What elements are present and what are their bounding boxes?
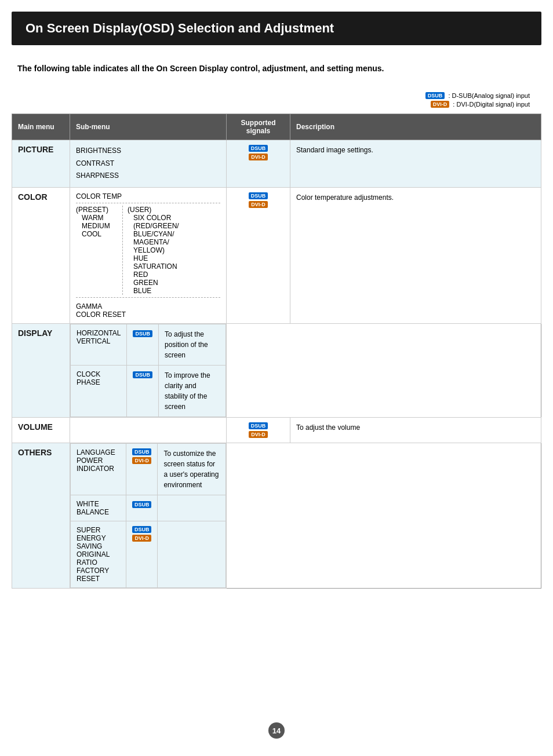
table-row-volume: VOLUME DSUB DVI-D To adjust the volume [12, 417, 541, 443]
picture-dvid-badge: DVI-D [249, 154, 268, 160]
col-signals: Supported signals [227, 114, 290, 140]
dsub-badge: DSUB [425, 92, 445, 99]
others-power-indicator: POWER INDICATOR [77, 456, 120, 473]
dsub-legend-item: DSUB : D-SUB(Analog signal) input [425, 92, 530, 99]
color-bottom: GAMMA COLOR RESET [76, 300, 220, 319]
display-desc-2: To improve the clarity and stability of … [158, 365, 225, 417]
page-wrapper: On Screen Display(OSD) Selection and Adj… [0, 0, 553, 756]
color-dvid-badge: DVI-D [249, 201, 268, 208]
others-signals-stack-1: DSUB DVI-D [132, 448, 152, 464]
others-factory-reset: FACTORY RESET [77, 567, 120, 583]
color-main: COLOR [12, 187, 70, 323]
display-horizontal: HORIZONTAL [77, 329, 121, 337]
color-temp-label: COLOR TEMP [76, 192, 122, 200]
user-green: GREEN [128, 279, 179, 287]
color-signals: DSUB DVI-D [227, 187, 290, 323]
others-dsub-badge-3: DSUB [132, 526, 152, 533]
display-desc-1: To adjust the position of the screen [158, 324, 225, 365]
color-gamma: GAMMA [76, 302, 220, 311]
color-dsub-badge: DSUB [249, 192, 268, 199]
col-description: Description [290, 114, 541, 140]
others-original-ratio: ORIGINAL RATIO [77, 550, 120, 567]
others-inner-table: LANGUAGE POWER INDICATOR DSUB DVI-D T [70, 443, 226, 588]
display-vertical: VERTICAL [77, 337, 121, 345]
others-energy-ratio: SUPER ENERGY SAVING ORIGINAL RATIO FACTO… [71, 521, 126, 587]
dvid-legend-item: DVI-D : DVI-D(Digital signal) input [431, 101, 530, 108]
others-dvid-badge-3: DVI-D [132, 535, 151, 542]
volume-submenu [70, 417, 227, 443]
preset-label: (PRESET) [76, 206, 122, 214]
main-table: Main menu Sub-menu Supported signals Des… [12, 114, 541, 589]
picture-main: PICTURE [12, 140, 70, 188]
picture-signals-stack: DSUB DVI-D [232, 145, 284, 160]
color-submenu-wrapper: COLOR TEMP (PRESET) WARM MEDIUM COOL [76, 192, 220, 319]
user-red: RED [128, 271, 179, 279]
user-col: (USER) SIX COLOR(RED/GREEN/BLUE/CYAN/MAG… [122, 206, 179, 295]
display-sub-clock-phase: CLOCK PHASE [71, 365, 127, 417]
others-signals-stack-3: DSUB DVI-D [132, 526, 152, 542]
volume-signals: DSUB DVI-D [227, 417, 290, 443]
others-sub-row-1: LANGUAGE POWER INDICATOR DSUB DVI-D T [71, 443, 226, 495]
color-middle: (PRESET) WARM MEDIUM COOL (USER) SIX COL… [76, 203, 220, 298]
others-sub-row-3: SUPER ENERGY SAVING ORIGINAL RATIO FACTO… [71, 521, 226, 587]
others-signals-3: DSUB DVI-D [126, 521, 158, 587]
picture-submenu-block: BRIGHTNESS CONTRAST SHARPNESS [76, 145, 220, 182]
table-header-row: Main menu Sub-menu Supported signals Des… [12, 114, 541, 140]
volume-dsub-badge: DSUB [249, 422, 268, 429]
table-row-picture: PICTURE BRIGHTNESS CONTRAST SHARPNESS DS… [12, 140, 541, 188]
display-clock: CLOCK [77, 370, 121, 378]
color-top: COLOR TEMP [76, 192, 220, 200]
color-reset: COLOR RESET [76, 311, 220, 319]
preset-cool: COOL [76, 230, 122, 238]
intro-text: The following table indicates all the On… [12, 63, 541, 75]
display-dsub-badge-1: DSUB [133, 330, 152, 337]
others-lang-power: LANGUAGE POWER INDICATOR [71, 443, 126, 495]
picture-description: Standard image settings. [290, 140, 541, 188]
display-submenu: HORIZONTAL VERTICAL DSUB To adjust the p… [70, 323, 227, 417]
display-signals-2: DSUB [127, 365, 159, 417]
page-header: On Screen Display(OSD) Selection and Adj… [12, 12, 541, 45]
others-dvid-badge-1: DVI-D [132, 457, 151, 464]
others-desc-3 [158, 521, 226, 587]
color-signals-stack: DSUB DVI-D [232, 192, 284, 208]
table-row-display: DISPLAY HORIZONTAL VERTICAL DSUB [12, 323, 541, 417]
volume-description: To adjust the volume [290, 417, 541, 443]
preset-col: (PRESET) WARM MEDIUM COOL [76, 206, 122, 295]
others-language: LANGUAGE [77, 448, 120, 456]
color-submenu: COLOR TEMP (PRESET) WARM MEDIUM COOL [70, 187, 227, 323]
page-title: On Screen Display(OSD) Selection and Adj… [26, 21, 334, 35]
page-number: 14 [268, 722, 285, 739]
picture-contrast: CONTRAST [76, 158, 220, 170]
others-dsub-badge-2: DSUB [132, 501, 152, 508]
volume-signals-stack: DSUB DVI-D [232, 422, 284, 438]
others-signals-2: DSUB [126, 495, 158, 521]
dvid-badge: DVI-D [431, 101, 450, 108]
signal-legend: DSUB : D-SUB(Analog signal) input DVI-D … [12, 92, 541, 108]
display-inner-table: HORIZONTAL VERTICAL DSUB To adjust the p… [70, 324, 226, 417]
col-main-menu: Main menu [12, 114, 70, 140]
display-phase: PHASE [77, 378, 121, 386]
display-sub-row-1: HORIZONTAL VERTICAL DSUB To adjust the p… [71, 324, 226, 365]
user-blue: BLUE [128, 287, 179, 295]
others-submenu: LANGUAGE POWER INDICATOR DSUB DVI-D T [70, 443, 227, 588]
others-main: OTHERS [12, 443, 70, 588]
dsub-desc: : D-SUB(Analog signal) input [448, 92, 530, 99]
table-row-color: COLOR COLOR TEMP (PRESET) WARM MEDIUM [12, 187, 541, 323]
volume-dvid-badge: DVI-D [249, 431, 268, 438]
others-white-balance: WHITE BALANCE [71, 495, 126, 521]
user-saturation: SATURATION [128, 262, 179, 271]
others-white-balance-item: WHITE BALANCE [77, 500, 120, 516]
display-dsub-badge-2: DSUB [133, 371, 152, 378]
user-label: (USER) [128, 206, 179, 214]
volume-main: VOLUME [12, 417, 70, 443]
picture-sharpness: SHARPNESS [76, 170, 220, 182]
page-container: On Screen Display(OSD) Selection and Adj… [0, 0, 553, 756]
table-row-others: OTHERS LANGUAGE POWER INDICATOR DSU [12, 443, 541, 588]
others-super-energy: SUPER ENERGY SAVING [77, 526, 120, 550]
color-description: Color temperature adjustments. [290, 187, 541, 323]
user-sixcolor: SIX COLOR(RED/GREEN/BLUE/CYAN/MAGENTA/YE… [128, 214, 179, 254]
display-sub-horiz-vert: HORIZONTAL VERTICAL [71, 324, 127, 365]
display-main: DISPLAY [12, 323, 70, 417]
others-dsub-badge-1: DSUB [132, 448, 152, 455]
others-signals-1: DSUB DVI-D [126, 443, 158, 495]
